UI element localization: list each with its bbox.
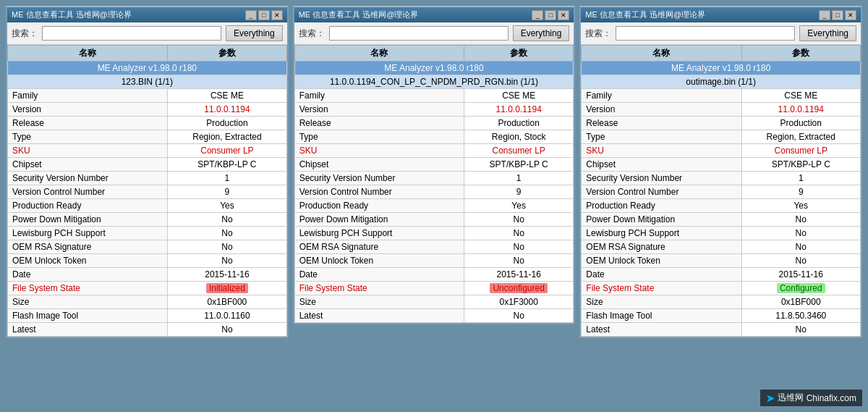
info-table: 名称 参数 ME Analyzer v1.98.0 r180 outimage.… — [581, 45, 861, 337]
table-row: File System State Unconfigured — [294, 282, 574, 295]
everything-button[interactable]: Everything — [226, 25, 283, 41]
filename-value: 11.0.0.1194_CON_LP_C_NPDM_PRD_RGN.bin (1… — [294, 75, 574, 89]
row-name: Size — [294, 295, 464, 309]
row-name: Production Ready — [582, 199, 741, 213]
search-input[interactable] — [329, 26, 509, 41]
toolbar: 搜索： Everything — [7, 22, 287, 45]
maximize-button[interactable]: □ — [545, 10, 556, 20]
row-value: CSE ME — [168, 89, 287, 103]
table-row: Lewisburg PCH Support No — [8, 227, 287, 240]
row-value: Yes — [464, 199, 573, 213]
table-row: Power Down Mitigation No — [582, 213, 861, 227]
row-name: Chipset — [582, 158, 741, 172]
row-name: Version — [8, 103, 168, 117]
row-value: No — [168, 323, 287, 337]
row-value: SPT/KBP-LP C — [168, 158, 287, 172]
table-row: SKU Consumer LP — [294, 144, 574, 158]
table-row: Release Production — [294, 117, 574, 130]
row-name: Security Version Number — [582, 172, 741, 185]
title-bar: ME 信息查看工具 迅维网@理论界 _ □ ✕ — [294, 7, 574, 22]
table-row: Version Control Number 9 — [582, 185, 861, 199]
toolbar: 搜索： Everything — [294, 22, 574, 45]
table-row: Family CSE ME — [582, 89, 861, 103]
row-name: Flash Image Tool — [8, 309, 168, 323]
row-name: Latest — [8, 323, 168, 337]
maximize-button[interactable]: □ — [832, 10, 843, 20]
row-value: No — [464, 213, 573, 227]
analyzer-row: ME Analyzer v1.98.0 r180 — [8, 62, 287, 75]
watermark-brand: 迅维网 — [778, 392, 804, 404]
row-value: 11.0.0.1194 — [464, 103, 573, 117]
minimize-button[interactable]: _ — [245, 10, 257, 20]
row-value: Configured — [741, 282, 861, 295]
table-row: File System State Configured — [582, 282, 861, 295]
table-row: Date 2015-11-16 — [8, 268, 287, 282]
row-name: OEM RSA Signature — [582, 240, 741, 254]
row-name: Latest — [582, 323, 741, 337]
analyzer-row: ME Analyzer v1.98.0 r180 — [294, 62, 574, 75]
table-row: Type Region, Extracted — [582, 130, 861, 144]
row-value: 11.8.50.3460 — [741, 309, 861, 323]
row-value: No — [741, 240, 861, 254]
table-row: SKU Consumer LP — [582, 144, 861, 158]
table-row: Flash Image Tool 11.0.0.1160 — [8, 309, 287, 323]
row-name: Size — [582, 295, 741, 309]
filename-row: 123.BIN (1/1) — [8, 75, 287, 89]
table-row: Type Region, Extracted — [8, 130, 287, 144]
row-value: 2015-11-16 — [168, 268, 287, 282]
window-title: ME 信息查看工具 迅维网@理论界 — [299, 9, 419, 20]
row-name: OEM Unlock Token — [8, 254, 168, 268]
col-param: 参数 — [741, 46, 861, 62]
minimize-button[interactable]: _ — [532, 10, 543, 20]
search-label: 搜索： — [585, 28, 611, 40]
row-name: Type — [582, 130, 741, 144]
watermark-arrow: ➤ — [766, 392, 775, 404]
col-param: 参数 — [464, 46, 573, 62]
row-value: Production — [168, 117, 287, 130]
everything-button[interactable]: Everything — [799, 25, 856, 41]
table-row: Latest No — [294, 309, 574, 323]
row-value: No — [741, 227, 861, 240]
row-value: Production — [741, 117, 861, 130]
row-value: 11.0.0.1160 — [168, 309, 287, 323]
row-name: Power Down Mitigation — [294, 213, 464, 227]
row-name: Date — [8, 268, 168, 282]
info-table: 名称 参数 ME Analyzer v1.98.0 r180 11.0.0.11… — [294, 45, 574, 323]
table-row: OEM Unlock Token No — [582, 254, 861, 268]
search-label: 搜索： — [12, 28, 38, 40]
row-value: 1 — [168, 172, 287, 185]
table-row: Family CSE ME — [8, 89, 287, 103]
analyzer-row: ME Analyzer v1.98.0 r180 — [582, 62, 861, 75]
search-input[interactable] — [616, 26, 795, 41]
table-row: Type Region, Stock — [294, 130, 574, 144]
row-name: Family — [294, 89, 464, 103]
row-name: SKU — [582, 144, 741, 158]
row-name: SKU — [8, 144, 168, 158]
row-name: SKU — [294, 144, 464, 158]
row-name: Version — [582, 103, 741, 117]
info-table: 名称 参数 ME Analyzer v1.98.0 r180 123.BIN (… — [7, 45, 287, 337]
close-button[interactable]: ✕ — [271, 10, 283, 20]
row-name: Security Version Number — [8, 172, 168, 185]
row-name: Production Ready — [8, 199, 168, 213]
table-row: Size 0x1BF000 — [582, 295, 861, 309]
close-button[interactable]: ✕ — [845, 10, 856, 20]
row-name: Version Control Number — [8, 185, 168, 199]
row-value: Region, Stock — [464, 130, 573, 144]
fs-state-badge: Initialized — [206, 283, 248, 293]
window-title: ME 信息查看工具 迅维网@理论界 — [12, 9, 132, 20]
title-bar: ME 信息查看工具 迅维网@理论界 _ □ ✕ — [7, 7, 287, 22]
minimize-button[interactable]: _ — [819, 10, 830, 20]
everything-button[interactable]: Everything — [513, 25, 570, 41]
maximize-button[interactable]: □ — [258, 10, 270, 20]
table-row: Production Ready Yes — [8, 199, 287, 213]
col-name: 名称 — [8, 46, 168, 62]
row-value: No — [464, 309, 573, 323]
row-name: Power Down Mitigation — [8, 213, 168, 227]
search-input[interactable] — [42, 26, 221, 41]
row-name: Security Version Number — [294, 172, 464, 185]
row-value: 1 — [464, 172, 573, 185]
row-name: Date — [582, 268, 741, 282]
close-button[interactable]: ✕ — [558, 10, 569, 20]
window-win3: ME 信息查看工具 迅维网@理论界 _ □ ✕ 搜索： Everything 名… — [579, 6, 862, 338]
